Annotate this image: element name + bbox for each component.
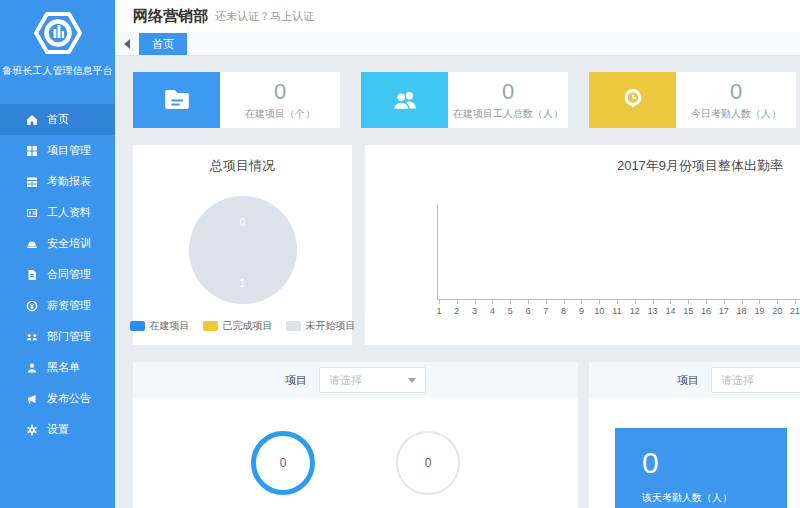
workers-icon <box>361 72 448 128</box>
x-tick <box>546 300 547 304</box>
stat-label: 在建项目工人总数（人） <box>453 107 563 121</box>
rate-circles: 00 <box>133 431 578 495</box>
project-filter-label: 项目 <box>285 373 307 388</box>
x-tick <box>742 300 743 304</box>
x-tick <box>653 300 654 304</box>
home-icon <box>26 114 38 126</box>
logo-hexagon-icon <box>0 0 115 56</box>
legend-item: 已完成项目 <box>203 319 273 333</box>
x-tick-label: 4 <box>490 306 495 316</box>
settings-icon <box>26 424 38 436</box>
stat-label: 今日考勤人数（人） <box>691 107 781 121</box>
x-tick-label: 16 <box>701 306 711 316</box>
rate-circle-blue: 0 <box>251 431 315 495</box>
sidebar-item-salary[interactable]: 薪资管理 <box>0 290 115 321</box>
pie-value-label-top: 0 <box>189 217 297 228</box>
tab-home[interactable]: 首页 <box>139 33 187 55</box>
sidebar-item-label: 安全培训 <box>47 236 91 251</box>
pie-value-label-bottom: 1 <box>189 278 297 289</box>
x-tick-label: 15 <box>683 306 693 316</box>
sidebar-item-label: 发布公告 <box>47 391 91 406</box>
charts-row: 总项目情况 0 1 在建项目已完成项目未开始项目 2017年9月份项目整体出勤率… <box>133 145 800 345</box>
x-tick <box>759 300 760 304</box>
attendance-report-icon <box>26 176 38 188</box>
stat-value: 0 <box>730 80 742 104</box>
department-icon <box>26 331 38 343</box>
verify-now-link[interactable]: 马上认证 <box>270 9 314 24</box>
sidebar-item-home[interactable]: 首页 <box>0 104 115 135</box>
project-select-left[interactable]: 请选择 <box>319 367 426 393</box>
projects-icon <box>26 145 38 157</box>
sidebar-item-contracts[interactable]: 合同管理 <box>0 259 115 290</box>
left-filter-bar: 项目 请选择 <box>133 362 578 398</box>
sidebar-item-label: 工人资料 <box>47 205 91 220</box>
x-tick-label: 6 <box>525 306 530 316</box>
sidebar-nav: 首页项目管理考勤报表工人资料安全培训合同管理薪资管理部门管理黑名单发布公告设置 <box>0 104 115 445</box>
x-tick <box>492 300 493 304</box>
legend-swatch <box>286 321 301 331</box>
legend-swatch <box>130 321 145 331</box>
sidebar-item-safety-training[interactable]: 安全培训 <box>0 228 115 259</box>
worker-info-icon <box>26 207 38 219</box>
rate-circle-gray: 0 <box>396 431 460 495</box>
project-filter-label: 项目 <box>677 373 699 388</box>
x-tick-label: 13 <box>648 306 658 316</box>
sidebar-item-attendance-report[interactable]: 考勤报表 <box>0 166 115 197</box>
x-tick-label: 7 <box>543 306 548 316</box>
sidebar-item-label: 薪资管理 <box>47 298 91 313</box>
sidebar-item-worker-info[interactable]: 工人资料 <box>0 197 115 228</box>
chevron-down-icon <box>408 378 416 383</box>
tabbar: 首页 <box>115 32 800 56</box>
x-tick-label: 8 <box>561 306 566 316</box>
stat-value: 0 <box>274 80 286 104</box>
sidebar-item-label: 黑名单 <box>47 360 80 375</box>
total-projects-panel: 总项目情况 0 1 在建项目已完成项目未开始项目 <box>133 145 352 345</box>
stat-card-projects: 0在建项目（个） <box>133 72 340 128</box>
day-attendance-box: 0 该天考勤人数（人） <box>615 428 787 508</box>
sidebar-item-settings[interactable]: 设置 <box>0 414 115 445</box>
x-tick-label: 12 <box>630 306 640 316</box>
announcement-icon <box>26 393 38 405</box>
sidebar-item-label: 项目管理 <box>47 143 91 158</box>
right-filter-bar: 项目 请选择 <box>589 362 800 398</box>
line-chart-title: 2017年9月份项目整体出勤率 <box>365 157 800 175</box>
day-attendance-value: 0 <box>642 447 787 479</box>
company-name: 网络营销部 <box>133 7 208 26</box>
dashboard-root: 鲁班长工人管理信息平台 首页项目管理考勤报表工人资料安全培训合同管理薪资管理部门… <box>0 0 800 508</box>
project-select-right[interactable]: 请选择 <box>711 367 800 393</box>
sidebar-item-announcements[interactable]: 发布公告 <box>0 383 115 414</box>
legend-item: 未开始项目 <box>286 319 356 333</box>
x-tick-label: 14 <box>665 306 675 316</box>
x-tick <box>599 300 600 304</box>
x-tick <box>617 300 618 304</box>
sidebar-item-label: 首页 <box>47 112 69 127</box>
sidebar-item-projects[interactable]: 项目管理 <box>0 135 115 166</box>
select-placeholder: 请选择 <box>721 373 754 388</box>
x-tick-label: 2 <box>454 306 459 316</box>
stat-card-workers: 0在建项目工人总数（人） <box>361 72 568 128</box>
stat-label: 在建项目（个） <box>245 107 315 121</box>
contract-icon <box>26 269 38 281</box>
sidebar-item-blacklist[interactable]: 黑名单 <box>0 352 115 383</box>
x-tick-label: 1 <box>436 306 441 316</box>
pie-chart-title: 总项目情况 <box>133 145 352 175</box>
day-attendance-label: 该天考勤人数（人） <box>642 491 787 505</box>
x-tick <box>670 300 671 304</box>
x-tick-label: 20 <box>772 306 782 316</box>
x-tick <box>706 300 707 304</box>
x-tick <box>510 300 511 304</box>
sidebar-item-departments[interactable]: 部门管理 <box>0 321 115 352</box>
main-content: 0在建项目（个）0在建项目工人总数（人）0今日考勤人数（人） 总项目情况 0 1… <box>115 56 800 508</box>
pie-legend: 在建项目已完成项目未开始项目 <box>133 319 352 333</box>
x-tick-label: 19 <box>754 306 764 316</box>
x-tick <box>795 300 796 304</box>
x-tick <box>581 300 582 304</box>
back-arrow-icon[interactable] <box>124 39 130 49</box>
bottom-row: 项目 请选择 00 项目 请选择 0 <box>133 362 800 508</box>
x-tick <box>564 300 565 304</box>
select-placeholder: 请选择 <box>329 373 362 388</box>
sidebar-item-label: 考勤报表 <box>47 174 91 189</box>
pie-chart: 0 1 <box>189 196 297 304</box>
legend-item: 在建项目 <box>130 319 190 333</box>
folder-icon <box>133 72 220 128</box>
